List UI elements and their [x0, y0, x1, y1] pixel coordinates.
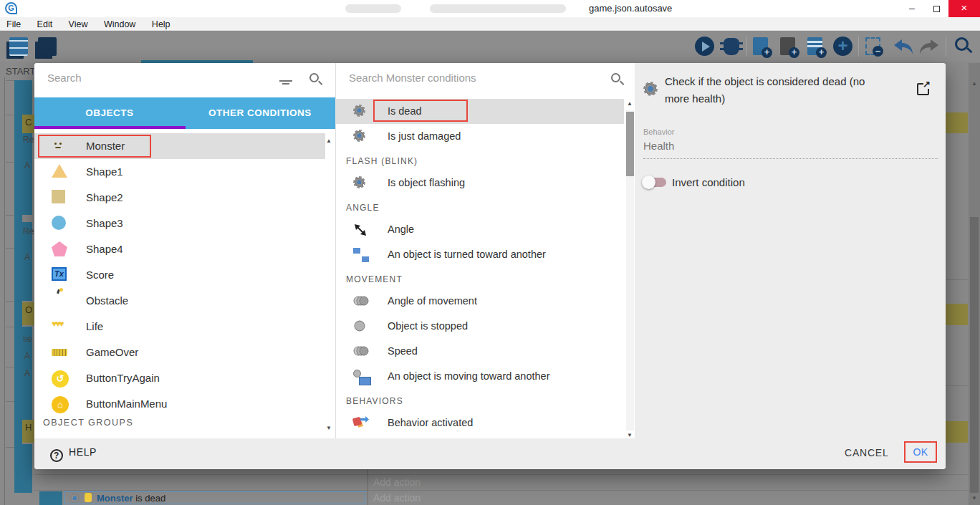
condition-item-is-just-damaged[interactable]: Is just damaged [336, 124, 624, 149]
condition-item-turned-toward[interactable]: An object is turned toward another [336, 242, 624, 267]
text-object-icon: Tx [52, 267, 67, 281]
behavior-select[interactable]: Health [643, 140, 938, 159]
condition-item-angle-of-movement[interactable]: Angle of movement [336, 289, 624, 314]
object-item-shape4[interactable]: Shape4 [34, 236, 325, 262]
toggle-knob[interactable] [642, 175, 655, 189]
close-button[interactable]: × [948, 0, 980, 17]
event-condition-text[interactable]: Monster is dead [97, 493, 165, 504]
object-item-buttontryagain[interactable]: ↺ ButtonTryAgain [34, 365, 325, 391]
play-button[interactable] [695, 37, 714, 56]
condition-item-moving-toward[interactable]: An object is moving toward another [336, 364, 624, 389]
tab-objects[interactable]: OBJECTS [34, 97, 185, 129]
help-button[interactable]: ?HELP [50, 446, 97, 459]
object-item-score[interactable]: Tx Score [34, 262, 325, 288]
debug-button[interactable] [724, 38, 739, 55]
condition-item-object-is-stopped[interactable]: Object is stopped [336, 314, 624, 339]
object-item-monster[interactable]: Monster [34, 133, 325, 159]
filter-icon[interactable] [279, 80, 292, 82]
object-item-life[interactable]: ♥♥♥ Life [34, 314, 325, 340]
toolbar-separator [946, 37, 946, 57]
add-subevent-button[interactable]: + [780, 37, 795, 55]
add-action-link[interactable]: Add action [373, 476, 421, 488]
event-condition-name: is dead [135, 493, 165, 504]
scroll-up-icon[interactable]: ▲ [326, 138, 332, 144]
menu-bar: File Edit View Window Help [0, 17, 980, 31]
toolbar-separator [746, 37, 747, 57]
open-in-new-icon[interactable] [917, 83, 929, 95]
condition-item-is-dead[interactable]: Is dead [336, 99, 624, 124]
add-button[interactable]: + [833, 37, 852, 56]
object-item-buttonmainmenu[interactable]: ⌂ ButtonMainMenu [34, 391, 325, 417]
object-item-obstacle[interactable]: Obstacle [34, 288, 325, 314]
object-item-gameover[interactable]: GameOver [34, 340, 325, 365]
objects-tabs: OBJECTS OTHER CONDITIONS [34, 97, 335, 129]
scroll-up-icon[interactable]: ▲ [627, 100, 633, 107]
triangle-icon [52, 164, 67, 178]
comment-row: O [22, 302, 34, 325]
invert-condition-toggle[interactable] [643, 178, 666, 187]
condition-label: Is just damaged [388, 130, 461, 142]
object-label: Shape4 [86, 243, 123, 255]
cancel-button[interactable]: CANCEL [845, 447, 889, 458]
speed-icon [353, 345, 372, 357]
hearts-icon: ♥♥♥ [52, 319, 62, 329]
condition-item-speed[interactable]: Speed [336, 339, 624, 364]
search-events-icon[interactable] [955, 37, 969, 51]
object-item-shape3[interactable]: Shape3 [34, 211, 325, 236]
tab-other-conditions[interactable]: OTHER CONDITIONS [185, 97, 335, 129]
search-icon[interactable] [309, 73, 319, 82]
redo-icon[interactable] [918, 38, 940, 55]
scene-editor-icon[interactable] [38, 37, 57, 56]
scroll-up-icon[interactable]: ▲ [971, 80, 977, 87]
scroll-down-icon[interactable]: ▼ [627, 432, 633, 438]
event-tick [6, 401, 14, 402]
ok-button[interactable]: OK [904, 441, 937, 463]
add-action-link[interactable]: Add action [373, 492, 421, 504]
scrollbar-thumb[interactable] [626, 112, 634, 176]
menu-window[interactable]: Window [97, 18, 142, 29]
events-sheet-tab-label[interactable]: START [6, 66, 35, 77]
event-tick [6, 447, 14, 448]
event-tick [6, 215, 14, 216]
condition-item-behavior-activated[interactable]: Behavior activated [336, 410, 624, 436]
conditions-scrollbar[interactable]: ▲ ▼ [625, 100, 635, 441]
invert-condition-label: Invert condition [672, 176, 745, 188]
conditions-search-input[interactable] [349, 72, 585, 84]
scroll-down-icon[interactable]: ▼ [326, 425, 332, 431]
minimize-button[interactable]: – [900, 0, 924, 17]
event-text-snippet: se [23, 334, 32, 344]
add-event-button[interactable]: + [753, 37, 768, 55]
object-item-shape2[interactable]: Shape2 [34, 185, 325, 211]
condition-item-is-object-flashing[interactable]: Is object flashing [336, 170, 624, 196]
condition-label: Angle [388, 223, 414, 235]
conditions-list: Is dead Is just damaged FLASH (BLINK) Is… [336, 99, 635, 436]
title-bar: G game.json.autosave – × [0, 0, 980, 17]
undo-icon[interactable] [893, 38, 914, 55]
delete-event-button[interactable]: – [865, 37, 880, 55]
retry-button-icon: ↺ [52, 370, 69, 388]
objects-search-input[interactable] [47, 72, 262, 84]
event-text-snippet: A [24, 160, 30, 170]
restore-button[interactable] [924, 0, 948, 17]
condition-item-angle[interactable]: Angle [336, 217, 624, 242]
monster-thumb-icon [85, 493, 92, 502]
menu-edit[interactable]: Edit [31, 18, 59, 29]
scrollbar-thumb[interactable] [970, 217, 979, 493]
objects-search-bar [34, 63, 335, 97]
health-gear-icon [643, 82, 658, 96]
object-item-shape1[interactable]: Shape1 [34, 159, 325, 185]
objects-panel: OBJECTS OTHER CONDITIONS Monster Shape1 … [34, 63, 335, 438]
object-label: Shape2 [86, 191, 123, 203]
events-scrollbar[interactable]: ▲ ▼ [969, 63, 980, 505]
project-manager-icon[interactable] [9, 37, 28, 56]
menu-help[interactable]: Help [145, 18, 177, 29]
angle-icon [353, 223, 368, 237]
menu-view[interactable]: View [62, 18, 95, 29]
condition-label: Behavior activated [388, 417, 473, 428]
add-comment-button[interactable]: + [807, 37, 822, 55]
search-icon[interactable] [611, 73, 620, 82]
condition-label: An object is moving toward another [388, 370, 550, 382]
scroll-down-icon[interactable]: ▼ [971, 495, 977, 501]
condition-group-behaviors: BEHAVIORS [336, 389, 635, 410]
menu-file[interactable]: File [0, 18, 27, 29]
